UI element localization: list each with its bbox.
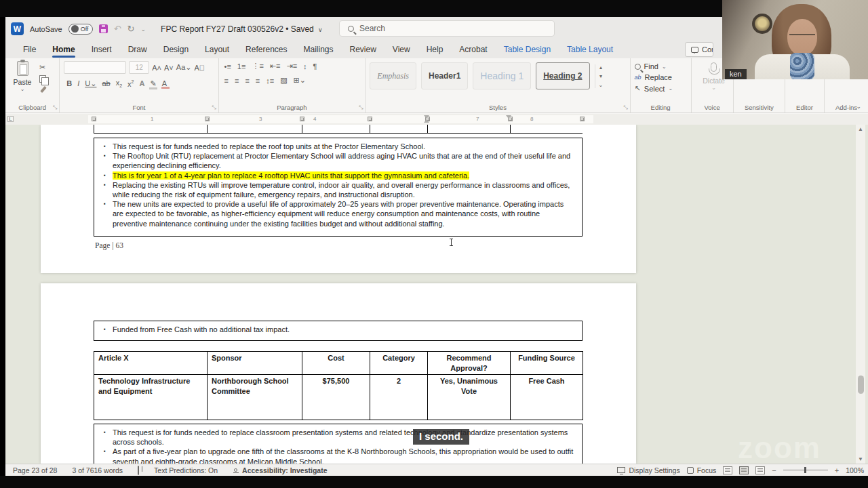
cut-icon[interactable]: ✂ <box>39 63 46 72</box>
text-highlight-icon[interactable]: ✎ <box>150 79 156 88</box>
table-column-marker[interactable] <box>580 117 585 121</box>
superscript-button[interactable]: x2 <box>127 79 134 88</box>
tab-insert[interactable]: Insert <box>83 42 120 57</box>
font-color-icon[interactable]: A <box>162 79 167 87</box>
show-marks-icon[interactable]: ¶ <box>313 62 317 70</box>
autosave-toggle[interactable]: Off <box>68 24 93 35</box>
shading-icon[interactable]: ▨ <box>280 76 287 85</box>
scroll-down-icon[interactable]: ▼ <box>858 456 863 462</box>
table-column-marker[interactable] <box>300 117 304 121</box>
focus-button[interactable]: Focus <box>687 466 717 474</box>
find-button[interactable]: Find⌄ <box>635 62 687 70</box>
text-predictions[interactable]: Text Predictions: On <box>146 466 225 474</box>
accessibility-status[interactable]: Accessibility: Investigate <box>225 466 334 474</box>
indent-marker[interactable] <box>506 115 511 119</box>
read-mode-icon[interactable] <box>723 466 732 474</box>
proofing-icon[interactable] <box>130 466 146 474</box>
bold-button[interactable]: B <box>66 79 72 87</box>
underline-button[interactable]: U⌄ <box>85 79 96 88</box>
change-case-icon[interactable]: Aa⌄ <box>176 63 192 72</box>
vertical-scrollbar[interactable]: ▲ ▼ <box>856 125 865 464</box>
grow-font-icon[interactable]: A˄ <box>152 64 161 72</box>
redo-icon[interactable]: ↻ <box>127 24 135 34</box>
page-indicator[interactable]: Page 23 of 28 <box>5 466 64 474</box>
styles-gallery-more-icon[interactable]: ⌄ <box>599 82 604 88</box>
style-heading2[interactable]: Heading 2 <box>536 62 589 89</box>
tab-table-design[interactable]: Table Design <box>496 42 559 57</box>
font-size-combobox[interactable]: 12 <box>129 61 149 74</box>
format-painter-icon[interactable] <box>40 86 46 93</box>
font-dialog-launcher[interactable]: ⤡ <box>212 104 216 111</box>
collapse-ribbon-icon[interactable]: ⌄ <box>856 103 861 110</box>
document-title[interactable]: FPC Report FY27 Draft 030526v2 • Saved ∨ <box>161 24 323 34</box>
paragraph-dialog-launcher[interactable]: ⤡ <box>359 104 363 111</box>
style-header1[interactable]: Header1 <box>421 62 468 89</box>
zoom-out-icon[interactable]: − <box>772 466 776 474</box>
scrollbar-thumb[interactable] <box>858 375 864 394</box>
table-column-marker[interactable] <box>205 117 210 121</box>
document-canvas[interactable]: zoom ▪This request is for funds needed t… <box>5 125 868 464</box>
styles-dialog-launcher[interactable]: ⤡ <box>623 104 627 111</box>
participant-video[interactable]: ken <box>722 0 868 79</box>
comments-button[interactable]: Comments <box>685 42 713 57</box>
first-line-indent-marker[interactable] <box>424 115 429 119</box>
web-layout-icon[interactable] <box>755 466 765 474</box>
copy-icon[interactable] <box>39 75 46 83</box>
tab-view[interactable]: View <box>384 42 418 57</box>
style-emphasis[interactable]: Emphasis <box>370 62 416 89</box>
bullet-list-icon[interactable]: •≡ <box>224 62 231 70</box>
tab-draw[interactable]: Draw <box>120 42 155 57</box>
line-spacing-icon[interactable]: ↕≡ <box>266 77 274 85</box>
text-effects-icon[interactable]: A <box>140 79 145 87</box>
tab-references[interactable]: References <box>237 42 295 57</box>
undo-icon[interactable]: ↶ <box>114 24 121 34</box>
tab-help[interactable]: Help <box>418 42 452 57</box>
decrease-indent-icon[interactable]: ⇤≡ <box>270 62 281 70</box>
save-icon[interactable] <box>99 24 108 33</box>
document-page-1[interactable]: ▪This request is for funds needed to rep… <box>41 125 636 273</box>
font-name-combobox[interactable] <box>64 61 126 74</box>
clipboard-dialog-launcher[interactable]: ⤡ <box>53 104 57 111</box>
styles-gallery-down-icon[interactable]: ▾ <box>599 73 602 79</box>
search-input[interactable]: Search <box>339 20 555 37</box>
increase-indent-icon[interactable]: ⇥≡ <box>286 62 297 70</box>
borders-icon[interactable]: ⊞⌄ <box>294 76 306 85</box>
italic-button[interactable]: I <box>77 79 79 87</box>
scroll-up-icon[interactable]: ▲ <box>858 126 863 132</box>
select-button[interactable]: ↖ Select⌄ <box>635 84 687 93</box>
table-column-marker[interactable] <box>368 117 372 121</box>
align-left-icon[interactable]: ≡ <box>224 77 229 85</box>
shrink-font-icon[interactable]: A˅ <box>164 64 174 72</box>
strikethrough-button[interactable]: ab <box>102 79 110 87</box>
styles-gallery-up-icon[interactable]: ▴ <box>599 64 602 70</box>
horizontal-ruler[interactable]: L 1 3 4 7 8 <box>5 114 868 125</box>
tab-home[interactable]: Home <box>44 42 83 57</box>
word-count[interactable]: 3 of 7616 words <box>64 466 130 474</box>
tab-review[interactable]: Review <box>342 42 384 57</box>
replace-button[interactable]: ab Replace <box>635 73 687 81</box>
subscript-button[interactable]: x2 <box>116 79 122 88</box>
word-app-icon[interactable]: W <box>11 22 24 35</box>
table-column-marker[interactable] <box>92 117 96 121</box>
print-layout-icon[interactable] <box>739 466 749 474</box>
tab-file[interactable]: File <box>15 42 44 57</box>
zoom-in-icon[interactable]: + <box>835 466 839 474</box>
tab-stop-selector[interactable]: L <box>7 116 14 122</box>
zoom-slider[interactable] <box>783 470 828 470</box>
clear-formatting-icon[interactable]: A⃠ <box>194 64 205 72</box>
align-right-icon[interactable]: ≡ <box>245 77 249 85</box>
sort-icon[interactable]: ↕ <box>303 62 307 70</box>
paste-button[interactable]: Paste ⌄ <box>9 61 35 93</box>
document-page-2[interactable]: ▪Funded from Free Cash with no additiona… <box>41 283 636 464</box>
style-heading1[interactable]: Heading 1 <box>473 62 531 89</box>
numbered-list-icon[interactable]: 1≡ <box>237 62 246 70</box>
tab-layout[interactable]: Layout <box>197 42 237 57</box>
tab-table-layout[interactable]: Table Layout <box>559 42 621 57</box>
justify-icon[interactable]: ≡ <box>256 77 260 85</box>
align-center-icon[interactable]: ≡ <box>235 77 239 85</box>
display-settings-button[interactable]: Display Settings <box>617 466 679 474</box>
tab-mailings[interactable]: Mailings <box>295 42 341 57</box>
zoom-slider-thumb[interactable] <box>804 467 806 473</box>
tab-design[interactable]: Design <box>155 42 197 57</box>
zoom-level[interactable]: 100% <box>846 466 864 474</box>
